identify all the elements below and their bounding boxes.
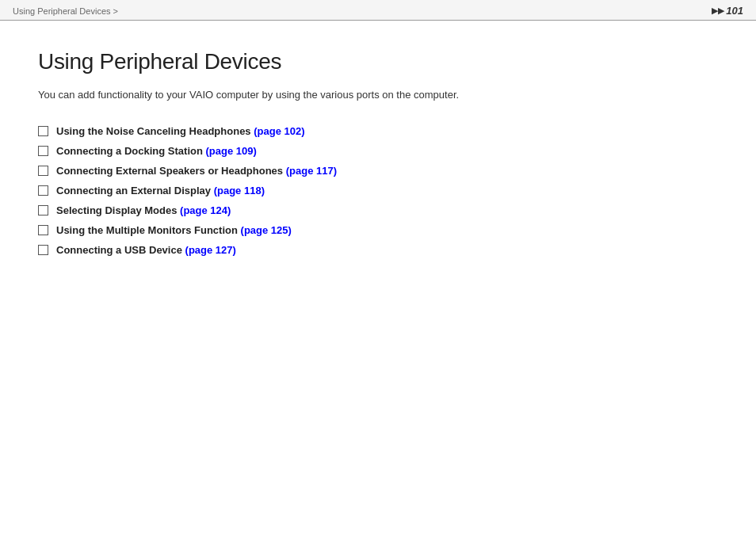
toc-item-text: Using the Noise Canceling Headphones (56, 125, 254, 137)
list-item: Connecting External Speakers or Headphon… (38, 165, 718, 177)
toc-item-text: Connecting External Speakers or Headphon… (56, 165, 286, 177)
checkbox-icon (38, 146, 48, 156)
list-item: Using the Multiple Monitors Function (pa… (38, 224, 718, 236)
checkbox-icon (38, 205, 48, 216)
checkbox-icon (38, 245, 48, 255)
toc-item-label: Connecting External Speakers or Headphon… (56, 165, 337, 177)
list-item: Connecting an External Display (page 118… (38, 185, 718, 196)
toc-item-text: Connecting an External Display (56, 185, 214, 196)
toc-item-label: Using the Multiple Monitors Function (pa… (56, 224, 292, 236)
list-item: Selecting Display Modes (page 124) (38, 204, 718, 216)
toc-item-label: Connecting an External Display (page 118… (56, 185, 265, 196)
checkbox-icon (38, 166, 48, 176)
breadcrumb: Using Peripheral Devices > (13, 6, 118, 16)
checkbox-icon (38, 185, 48, 196)
toc-item-link[interactable]: (page 117) (286, 165, 337, 177)
page-number: 101 (726, 5, 743, 17)
list-item: Using the Noise Canceling Headphones (pa… (38, 125, 718, 137)
toc-list: Using the Noise Canceling Headphones (pa… (38, 125, 718, 256)
next-arrow-icon: ▶▶ (712, 6, 724, 16)
toc-item-link[interactable]: (page 109) (206, 145, 257, 157)
toc-item-link[interactable]: (page 102) (254, 125, 304, 137)
toc-item-label: Connecting a USB Device (page 127) (56, 244, 236, 256)
toc-item-text: Connecting a Docking Station (56, 145, 206, 157)
header-bar: Using Peripheral Devices > ▶▶ 101 (0, 0, 756, 21)
toc-item-label: Connecting a Docking Station (page 109) (56, 145, 257, 157)
toc-item-link[interactable]: (page 125) (241, 224, 292, 236)
list-item: Connecting a USB Device (page 127) (38, 244, 718, 256)
page-number-area: ▶▶ 101 (712, 5, 743, 17)
page-title: Using Peripheral Devices (38, 49, 718, 74)
toc-item-text: Using the Multiple Monitors Function (56, 224, 241, 236)
toc-item-label: Using the Noise Canceling Headphones (pa… (56, 125, 305, 137)
list-item: Connecting a Docking Station (page 109) (38, 145, 718, 157)
checkbox-icon (38, 225, 48, 235)
toc-item-text: Selecting Display Modes (56, 204, 180, 216)
content-area: Using Peripheral Devices You can add fun… (0, 21, 756, 289)
toc-item-link[interactable]: (page 127) (185, 244, 236, 256)
toc-item-label: Selecting Display Modes (page 124) (56, 204, 231, 216)
toc-item-text: Connecting a USB Device (56, 244, 185, 256)
intro-paragraph: You can add functionality to your VAIO c… (38, 87, 718, 103)
toc-item-link[interactable]: (page 118) (214, 185, 265, 196)
toc-item-link[interactable]: (page 124) (180, 204, 231, 216)
checkbox-icon (38, 126, 48, 136)
